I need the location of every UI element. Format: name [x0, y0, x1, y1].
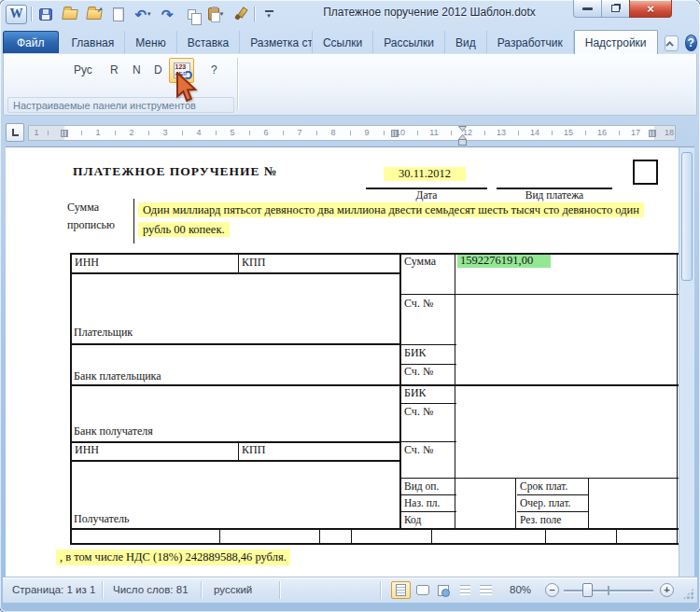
view-web-layout-button[interactable] [433, 581, 453, 599]
undo-icon: ↶ [134, 7, 147, 21]
payee-inn-label: ИНН [75, 443, 99, 457]
zoom-out-button[interactable]: – [545, 583, 559, 597]
group-separator [237, 58, 238, 110]
tab-page-layout[interactable]: Разметка стрі [240, 31, 313, 54]
addin-button-rus[interactable]: Рус [74, 63, 92, 76]
open-button[interactable] [60, 5, 80, 24]
tab-menu[interactable]: Меню [125, 31, 176, 54]
tab-home[interactable]: Главная [62, 31, 126, 54]
word-logo-icon[interactable]: W [6, 5, 27, 24]
ruler-number: 2 [129, 128, 133, 138]
tab-stop-icon [12, 129, 19, 136]
view-fullscreen-reading-button[interactable] [413, 581, 432, 599]
language-indicator[interactable]: русский [214, 584, 252, 595]
ruler-number: 3 [162, 128, 167, 138]
form-tick-line [545, 528, 546, 543]
form-line [238, 441, 239, 460]
collapse-ribbon-button[interactable] [665, 35, 679, 51]
redo-button[interactable]: ↷ [157, 5, 177, 24]
copy-button[interactable] [181, 5, 202, 24]
table-column-marker[interactable] [61, 130, 68, 137]
book-icon [416, 585, 429, 595]
vat-line[interactable]: , в том числе НДС (18%) 242889588,46 руб… [56, 549, 290, 565]
tab-developer[interactable]: Разработчик [487, 31, 574, 54]
form-line [70, 460, 401, 462]
zoom-in-button[interactable]: + [660, 583, 674, 597]
tab-mailings[interactable]: Рассылки [373, 31, 445, 54]
form-tick-line [616, 528, 617, 543]
divider [102, 581, 103, 599]
tab-references[interactable]: Ссылки [313, 31, 373, 54]
addin-help-button[interactable]: ? [211, 63, 217, 76]
view-outline-button[interactable] [455, 581, 475, 599]
amount-cell-label: Сумма [404, 255, 436, 269]
page-indicator[interactable]: Страница: 1 из 1 [12, 584, 95, 595]
form-line [399, 478, 679, 479]
word-count[interactable]: Число слов: 81 [113, 584, 189, 595]
format-painter-button[interactable] [230, 5, 250, 24]
new-document-button[interactable] [108, 5, 129, 24]
restore-icon [611, 5, 620, 12]
minimize-button[interactable] [573, 0, 602, 18]
tab-stop-selector[interactable] [6, 123, 24, 142]
chevron-down-icon[interactable]: ▾ [147, 10, 151, 18]
form-line [70, 384, 679, 386]
divider [380, 581, 381, 599]
amount-in-words-field[interactable]: Один миллиард пятьсот девяносто два милл… [138, 201, 642, 242]
restore-button[interactable] [602, 0, 629, 18]
op-type-label: Вид оп. [404, 480, 439, 492]
form-line [401, 364, 456, 365]
payer-account-label: Сч. № [404, 297, 433, 311]
ruler-ticks [29, 131, 675, 135]
divider [31, 7, 32, 21]
form-line [399, 294, 679, 295]
table-column-marker[interactable] [649, 130, 656, 137]
paste-button[interactable]: ▾ [205, 5, 226, 24]
format-painter-icon [233, 7, 246, 21]
outline-icon [460, 585, 470, 595]
save-button[interactable] [35, 5, 56, 24]
form-line [677, 253, 678, 545]
form-line [70, 253, 72, 545]
addin-button-r[interactable]: R [110, 63, 119, 76]
tab-insert[interactable]: Вставка [177, 31, 241, 54]
form-tick-line [351, 528, 352, 543]
tab-file[interactable]: Файл [3, 31, 59, 54]
form-line [588, 478, 589, 530]
customize-qat-button[interactable]: ▾ [259, 5, 279, 24]
date-value[interactable]: 30.11.2012 [384, 167, 466, 181]
scrollbar-thumb[interactable] [681, 152, 693, 281]
tab-addins[interactable]: Надстройки [574, 30, 658, 54]
title-bar[interactable]: W ➚ ↶▾ ↷ ▾ ▾ Платежное поручение 2012 Ша… [0, 0, 700, 26]
payer-bank-label: Банк плательщика [74, 369, 161, 383]
form-line [399, 253, 401, 530]
zoom-level[interactable]: 80% [510, 584, 531, 595]
view-print-layout-button[interactable] [391, 581, 411, 599]
close-button[interactable]: × [629, 0, 672, 18]
addin-button-d[interactable]: D [154, 63, 162, 76]
code-label: Код [404, 514, 421, 525]
help-button[interactable]: ? [685, 35, 698, 51]
form-tick-line [219, 528, 220, 543]
amount-value[interactable]: 1592276191,00 [457, 254, 551, 268]
ruler-number: 11 [429, 128, 438, 138]
tab-view[interactable]: Вид [445, 31, 487, 54]
addin-button-n[interactable]: N [133, 63, 141, 76]
ruler-strip[interactable]: 1123456789101112131415161718 [28, 125, 676, 141]
vertical-scrollbar[interactable] [679, 147, 694, 577]
form-checkbox[interactable] [633, 160, 658, 185]
view-draft-button[interactable] [476, 581, 496, 599]
payment-type-label: Вид платежа [497, 189, 612, 201]
close-file-button[interactable]: ➚ [84, 5, 105, 24]
page[interactable]: ПЛАТЕЖНОЕ ПОРУЧЕНИЕ № 30.11.2012 Дата Ви… [6, 147, 679, 577]
ruler-number: 17 [631, 128, 640, 138]
resize-grip[interactable] [682, 588, 694, 600]
undo-button[interactable]: ↶▾ [133, 5, 153, 24]
zoom-slider-handle[interactable] [582, 583, 593, 597]
web-layout-icon [438, 585, 449, 596]
purpose-label: Наз. пл. [404, 497, 440, 508]
form-title: ПЛАТЕЖНОЕ ПОРУЧЕНИЕ № [73, 164, 278, 179]
status-bar: Страница: 1 из 1 Число слов: 81 русский … [3, 577, 697, 603]
chevron-down-icon[interactable]: ▾ [220, 10, 224, 18]
zoom-slider-notch [608, 586, 609, 595]
